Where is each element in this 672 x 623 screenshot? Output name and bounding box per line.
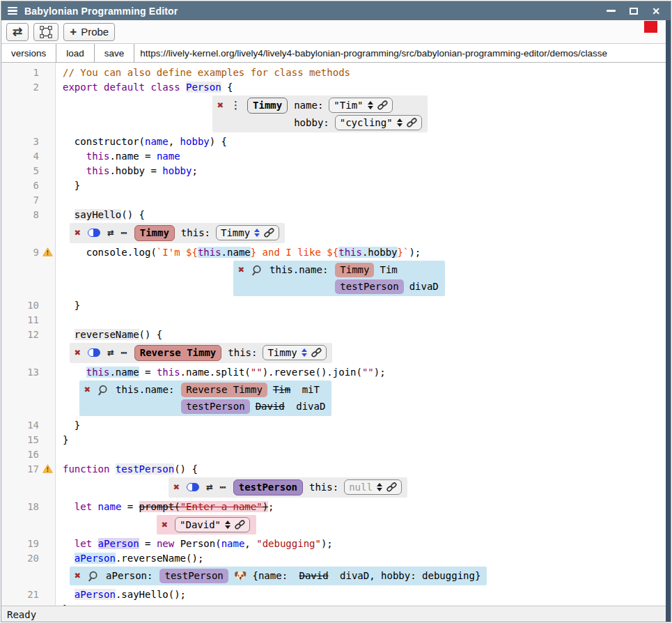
toggle-icon[interactable] (88, 348, 100, 357)
code-text[interactable]: console.log(`I'm ${this.name} and I like… (56, 245, 671, 260)
code-text[interactable]: let aPerson = new Person(name, "debuggin… (56, 537, 671, 551)
add-probe-button[interactable]: + Probe (63, 23, 115, 41)
link-icon[interactable] (264, 228, 274, 238)
code-line[interactable]: 8 sayHello() { (1, 208, 671, 222)
load-button[interactable]: load (56, 44, 95, 62)
code-text[interactable]: this.hobby = hobby; (56, 164, 671, 178)
delete-icon[interactable]: ✖ (75, 228, 81, 238)
delete-icon[interactable]: ✖ (238, 265, 244, 275)
value-box[interactable]: Timmy (216, 225, 279, 240)
code-text[interactable]: } (56, 602, 671, 606)
delete-icon[interactable]: ✖ (217, 100, 224, 111)
example-chip[interactable]: testPerson (233, 479, 303, 495)
value-box[interactable]: "cycling" (335, 115, 422, 130)
versions-button[interactable]: versions (1, 44, 56, 62)
example-chip[interactable]: Timmy (134, 225, 175, 241)
code-line[interactable]: 4 this.name = name (1, 149, 671, 164)
stepper-arrows[interactable] (302, 348, 307, 357)
code-text[interactable]: this.name = name (56, 149, 671, 164)
stepper-arrows[interactable] (397, 118, 403, 127)
example-chip[interactable]: Timmy (335, 263, 374, 277)
code-text[interactable]: aPerson.sayHello(); (56, 587, 671, 602)
selection-frame-button[interactable] (33, 23, 58, 41)
code-text[interactable]: function testPerson() { (56, 462, 671, 477)
code-line[interactable]: 20 aPerson.reverseName(); (1, 551, 671, 566)
example-chip[interactable]: Timmy (247, 98, 288, 114)
minimize-button[interactable] (607, 10, 616, 12)
code-line[interactable]: 3 constructor(name, hobby) { (1, 134, 671, 149)
code-editor[interactable]: 1// You can also define examples for cla… (1, 63, 671, 606)
code-text[interactable]: } (56, 433, 671, 447)
code-text[interactable] (56, 313, 671, 328)
value-box[interactable]: Timmy (263, 345, 326, 360)
delete-icon[interactable]: ✖ (162, 520, 168, 530)
swap-button[interactable]: ⇄ (6, 23, 29, 41)
code-text[interactable]: sayHello() { (56, 208, 671, 222)
url-field[interactable]: https://lively-kernel.org/lively4/lively… (134, 44, 671, 62)
code-line[interactable]: 22} (1, 602, 671, 606)
maximize-button[interactable] (630, 8, 638, 15)
delete-icon[interactable]: ✖ (75, 571, 81, 581)
link-icon[interactable] (235, 520, 245, 530)
example-chip[interactable]: testPerson (159, 569, 228, 583)
code-line[interactable]: 9 console.log(`I'm ${this.name} and I li… (1, 245, 671, 260)
more-icon[interactable]: ⋯ (121, 228, 128, 238)
example-chip[interactable]: Reverse Timmy (134, 345, 222, 361)
code-line[interactable]: 2export default class Person { (1, 80, 671, 95)
delete-icon[interactable]: ✖ (84, 385, 91, 395)
stepper-arrows[interactable] (254, 229, 260, 237)
code-line[interactable]: 10 } (1, 298, 671, 313)
code-line[interactable]: 15} (1, 433, 671, 447)
code-text[interactable]: } (56, 178, 671, 193)
link-icon[interactable] (377, 100, 388, 110)
example-chip[interactable]: Reverse Timmy (181, 383, 267, 397)
menu-icon[interactable] (8, 7, 17, 15)
value-box[interactable]: "David" (175, 517, 250, 532)
code-line[interactable]: 1// You can also define examples for cla… (1, 66, 671, 80)
code-text[interactable]: } (56, 418, 671, 433)
code-line[interactable]: 13 this.name = this.name.split("").rever… (1, 365, 671, 380)
code-text[interactable]: this.name = this.name.split("").reverse(… (56, 365, 671, 380)
code-text[interactable]: } (56, 298, 671, 313)
code-line[interactable]: 18 let name = prompt("Enter a name"); (1, 500, 671, 514)
code-line[interactable]: 6 } (1, 178, 671, 193)
code-line[interactable]: 12 reverseName() { (1, 328, 671, 342)
stepper-arrows[interactable] (377, 483, 382, 491)
code-text[interactable]: let name = prompt("Enter a name"); (56, 500, 671, 514)
stepper-arrows[interactable] (368, 101, 373, 109)
code-text[interactable]: aPerson.reverseName(); (56, 551, 671, 566)
code-line[interactable]: 21 aPerson.sayHello(); (1, 587, 671, 602)
value-box[interactable]: null (344, 479, 402, 495)
code-text[interactable]: export default class Person { (56, 80, 671, 95)
code-line[interactable]: 19 let aPerson = new Person(name, "debug… (1, 537, 671, 551)
delete-icon[interactable]: ✖ (173, 482, 180, 493)
swap-icon[interactable]: ⇄ (206, 482, 213, 493)
code-line[interactable]: 16 (1, 447, 671, 462)
code-line[interactable]: 17function testPerson() { (1, 462, 671, 477)
delete-icon[interactable]: ✖ (75, 348, 81, 358)
code-line[interactable]: 7 (1, 193, 671, 208)
link-icon[interactable] (386, 482, 397, 492)
code-line[interactable]: 14 } (1, 418, 671, 433)
code-text[interactable]: // You can also define examples for clas… (56, 66, 671, 80)
save-button[interactable]: save (95, 44, 135, 62)
link-icon[interactable] (311, 348, 322, 357)
more-icon[interactable]: ⋯ (121, 348, 128, 358)
toggle-icon[interactable] (88, 229, 100, 237)
swap-icon[interactable]: ⇄ (107, 347, 114, 358)
code-text[interactable]: constructor(name, hobby) { (56, 134, 671, 149)
example-chip[interactable]: testPerson (181, 399, 249, 414)
code-text[interactable] (56, 193, 671, 208)
drag-handle-icon[interactable]: ⋮ (230, 100, 241, 111)
code-text[interactable] (56, 447, 671, 462)
swap-icon[interactable]: ⇄ (107, 227, 114, 238)
toggle-icon[interactable] (187, 483, 199, 491)
link-icon[interactable] (407, 118, 417, 128)
code-line[interactable]: 11 (1, 313, 671, 328)
stepper-arrows[interactable] (225, 521, 230, 529)
code-line[interactable]: 5 this.hobby = hobby; (1, 164, 671, 178)
close-button[interactable]: ✕ (652, 6, 660, 16)
value-box[interactable]: "Tim" (329, 98, 392, 113)
more-icon[interactable]: ⋯ (220, 482, 227, 493)
example-chip[interactable]: testPerson (335, 279, 403, 294)
